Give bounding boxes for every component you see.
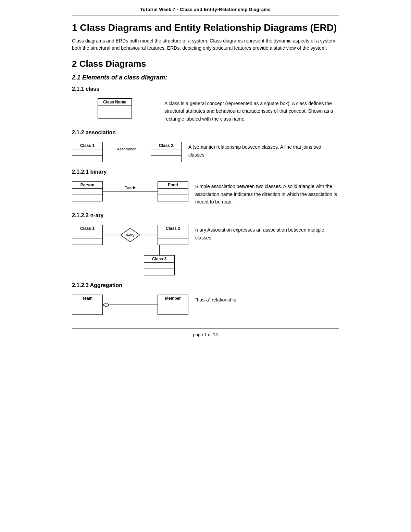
nary-right-line	[140, 235, 158, 235]
assoc-class2-box: Class 2	[151, 142, 182, 162]
assoc-class1-body1	[72, 149, 102, 156]
class-box: Class Name	[98, 98, 132, 119]
binary-class2-label: Food	[158, 182, 188, 189]
nary-class3-box: Class 3	[144, 255, 175, 275]
section2-1-2-2-desc: n-ary Association expresses an associati…	[195, 225, 339, 242]
class-body-2	[98, 112, 132, 118]
nary-diagram-area: Class 1 n-ary	[72, 225, 188, 275]
section2-1-1-heading: 2.1.1 class	[72, 86, 339, 92]
nary-class1-body1	[72, 232, 102, 238]
section2-1-2-1-row: Person Eats Food	[72, 181, 339, 206]
binary-diagram: Person Eats Food	[72, 181, 188, 201]
aggr-line	[110, 305, 158, 305]
page-footer: page 1 of 14	[72, 329, 339, 337]
aggr-line-container	[103, 298, 158, 312]
binary-arrow-icon	[133, 186, 136, 189]
class-name-label: Class Name	[98, 99, 132, 106]
nary-class1-box: Class 1	[72, 225, 103, 245]
assoc-diagram: Class 1 Association Class 2	[72, 142, 182, 162]
section2-1-2-3-row: Team Member	[72, 295, 339, 315]
binary-class1-label: Person	[72, 182, 102, 189]
assoc-class1-body2	[72, 156, 102, 162]
nary-class1-body2	[72, 238, 102, 245]
section2-1-2-1-desc: Simple association between two classes. …	[195, 181, 339, 206]
assoc-class1-box: Class 1	[72, 142, 103, 162]
binary-class2-body1	[158, 189, 188, 195]
section2-heading: 2 Class Diagrams	[72, 59, 339, 69]
aggr-class2-body1	[158, 302, 188, 308]
nary-class3-label: Class 3	[144, 256, 174, 263]
binary-class2-body2	[158, 195, 188, 201]
binary-line: Eats	[103, 191, 158, 192]
section2-1-2-3-desc: “has-a” relationship	[195, 295, 339, 304]
section2-1-2-2-row: Class 1 n-ary	[72, 225, 339, 275]
section-2: 2 Class Diagrams 2.1 Elements of a class…	[72, 59, 339, 315]
section2-1-heading: 2.1 Elements of a class diagram:	[72, 74, 339, 81]
nary-class3-body1	[144, 263, 174, 269]
class-diagram-area: Class Name	[72, 98, 158, 119]
aggr-diagram: Team Member	[72, 295, 188, 315]
nary-left-line	[103, 235, 120, 235]
aggr-class1-box: Team	[72, 295, 103, 315]
assoc-diagram-area: Class 1 Association Class 2	[72, 142, 182, 162]
assoc-class2-body2	[151, 156, 181, 162]
nary-class2-box: Class 2	[158, 225, 188, 245]
aggr-class2-body2	[158, 308, 188, 314]
aggr-class2-box: Member	[158, 295, 188, 315]
assoc-class2-label: Class 2	[151, 142, 181, 149]
binary-class1-box: Person	[72, 181, 103, 201]
assoc-class2-body1	[151, 149, 181, 156]
aggr-class1-label: Team	[72, 295, 102, 302]
assoc-line: Association	[103, 152, 151, 152]
assoc-line-container: Association	[103, 145, 151, 159]
section2-1-2-row: Class 1 Association Class 2 A (se	[72, 142, 339, 162]
section2-1-2-desc: A (semantic) relationship between classe…	[188, 142, 339, 159]
binary-diagram-area: Person Eats Food	[72, 181, 188, 201]
footer-text: page 1 of 14	[193, 332, 218, 337]
section1-body: Class diagrams and ERDs both model the s…	[72, 37, 339, 52]
class-body-1	[98, 106, 132, 112]
binary-line-container: Eats	[103, 185, 158, 198]
aggr-class2-label: Member	[158, 295, 188, 302]
section2-1-2-3-heading: 2.1.2.3 Aggregation	[72, 282, 339, 288]
nary-class2-body2	[158, 238, 188, 245]
nary-vertical-line	[159, 245, 160, 255]
aggr-class1-body1	[72, 302, 102, 308]
page-header: Tutorial Week 7 - Class and Entity-Relat…	[72, 7, 339, 15]
nary-class2-label: Class 2	[158, 225, 188, 232]
nary-class3-body2	[144, 269, 174, 275]
nary-bottom-inner: Class 3	[144, 245, 175, 275]
svg-marker-1	[103, 303, 109, 307]
binary-class2-box: Food	[158, 181, 188, 201]
section2-1-1-desc: A class is a general concept (represente…	[164, 98, 339, 123]
nary-class1-label: Class 1	[72, 225, 102, 232]
binary-label: Eats	[125, 186, 136, 190]
binary-assoc-label: Eats	[125, 186, 132, 190]
nary-diamond: n-ary	[120, 227, 140, 243]
nary-diagram: Class 1 n-ary	[72, 225, 188, 275]
nary-top-row: Class 1 n-ary	[72, 225, 188, 245]
binary-class1-body1	[72, 189, 102, 195]
section2-1-2-2-heading: 2.1.2.2 n-ary	[72, 212, 339, 219]
aggr-diagram-area: Team Member	[72, 295, 188, 315]
section-1: 1 Class Diagrams and Entity Relationship…	[72, 22, 339, 52]
section2-1-2-1-heading: 2.1.2.1 binary	[72, 169, 339, 175]
assoc-class1-label: Class 1	[72, 142, 102, 149]
assoc-label: Association	[117, 147, 136, 151]
section2-1-1-row: Class Name A class is a general concept …	[72, 98, 339, 123]
aggr-class1-body2	[72, 308, 102, 314]
binary-class1-body2	[72, 195, 102, 201]
section2-1-2-heading: 2.1.2 association	[72, 129, 339, 136]
nary-label: n-ary	[126, 233, 134, 237]
nary-class2-body1	[158, 232, 188, 238]
section1-heading: 1 Class Diagrams and Entity Relationship…	[72, 22, 339, 33]
aggregation-diamond-icon	[103, 302, 110, 307]
nary-bottom: Class 3	[72, 245, 188, 275]
header-title: Tutorial Week 7 - Class and Entity-Relat…	[140, 7, 271, 12]
